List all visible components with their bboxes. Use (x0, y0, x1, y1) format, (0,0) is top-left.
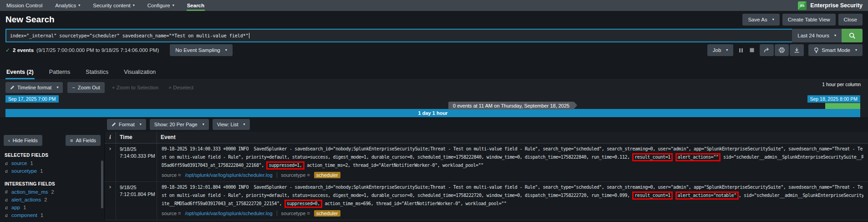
zoom-to-selection-button[interactable]: + Zoom to Selection (109, 85, 162, 90)
chevron-down-icon: ▾ (133, 3, 135, 7)
field-item-source[interactable]: asource1 (0, 159, 104, 167)
stop-job-button[interactable] (749, 48, 755, 52)
field-item-app[interactable]: aapp1 (0, 203, 104, 211)
save-as-label: Save As (748, 17, 767, 22)
app-chip[interactable]: ES Enterprise Security (792, 0, 868, 11)
field-type-icon: a (5, 168, 8, 174)
deselect-button[interactable]: × Deselect (166, 85, 196, 90)
timeline-event-bar[interactable] (825, 103, 860, 109)
event-meta: source =/opt/splunk/var/log/splunk/sched… (162, 171, 863, 179)
print-job-button[interactable] (775, 44, 789, 56)
search-input[interactable]: index="_internal" sourcetype="scheduler"… (5, 29, 792, 42)
field-type-icon: a (5, 160, 8, 166)
share-job-button[interactable] (760, 44, 774, 56)
source-value[interactable]: /opt/splunk/var/log/splunk/scheduler.log (185, 211, 273, 216)
hide-fields-button[interactable]: ‹ Hide Fields (4, 135, 42, 146)
expand-event-button[interactable]: › (105, 144, 116, 181)
chevron-down-icon: ▾ (56, 85, 58, 89)
field-item-action_time_ms[interactable]: #action_time_ms2 (0, 188, 104, 196)
highlight-box: result_count=1 (632, 191, 673, 200)
page-header: New Search Save As ▾ Create Table View C… (0, 11, 868, 28)
zoom-out-button[interactable]: − Zoom Out (67, 82, 104, 93)
chevron-down-icon: ▾ (78, 3, 80, 7)
close-button[interactable]: Close (838, 14, 863, 26)
results-tabs: Events (2)PatternsStatisticsVisualizatio… (0, 66, 868, 80)
nav-item-search[interactable]: Search (181, 0, 211, 11)
highlight-box: alert_actions="" (675, 153, 721, 161)
job-menu-button[interactable]: Job ▾ (707, 44, 734, 56)
sourcetype-value[interactable]: scheduler (314, 210, 340, 217)
events-summary: ✓ 2 events (9/17/25 7:00:00.000 PM to 9/… (5, 47, 159, 53)
tab-visualization[interactable]: Visualization (123, 69, 157, 79)
timeline-format-button[interactable]: Timeline format ▾ (5, 82, 63, 93)
event-raw-line: st on multi-value field - Rule", priorit… (162, 191, 863, 200)
event-time-cell: 9/18/257:12:01.804 PM (116, 182, 157, 220)
field-name: sourcetype (11, 168, 37, 174)
chevron-down-icon: ▾ (244, 122, 245, 126)
export-job-button[interactable] (790, 44, 804, 56)
view-button[interactable]: View: List ▾ (213, 119, 250, 130)
timeline-selection-band[interactable]: 1 day 1 hour (5, 109, 860, 117)
timeline-start-label: Sep 17, 2025 7:00 PM (5, 95, 59, 103)
pause-icon (739, 48, 743, 53)
create-table-view-button[interactable]: Create Table View (782, 14, 836, 26)
search-button[interactable] (842, 29, 863, 42)
chevron-down-icon: ▾ (855, 48, 857, 52)
highlight-box: result_count=1 (632, 153, 673, 161)
pencil-icon (112, 122, 116, 127)
expand-event-button[interactable]: › (105, 182, 116, 220)
field-name: app (11, 205, 20, 210)
field-item-date_hour[interactable]: #date_hour1 (0, 219, 104, 221)
nav-item-mission-control[interactable]: Mission Control (0, 0, 49, 11)
events-table-header: i Time Event (105, 132, 868, 144)
tab-patterns[interactable]: Patterns (48, 69, 71, 79)
timeline-end-label: Sep 18, 2025 8:00 PM (807, 95, 861, 103)
topnav: Mission ControlAnalytics▾Security conten… (0, 0, 868, 11)
tab-statistics[interactable]: Statistics (85, 69, 109, 79)
fields-sidebar-buttons: ‹ Hide Fields ≡ All Fields (0, 132, 104, 146)
event-raw-line: 09-18-2025 19:12:01.804 +0000 INFO Saved… (162, 183, 863, 191)
timeline-inner: Sep 17, 2025 7:00 PM Sep 18, 2025 8:00 P… (5, 95, 860, 117)
print-icon (779, 47, 785, 53)
field-count: 2 (51, 189, 54, 195)
search-query-text: index="_internal" sourcetype="scheduler"… (10, 33, 249, 38)
event-clock-time: 7:14:00.333 PM (120, 153, 153, 160)
tab-events-2[interactable]: Events (2) (5, 69, 35, 79)
highlight-box: alert_actions="notable" (675, 191, 739, 200)
table-row: ›9/18/257:12:01.804 PM09-18-2025 19:12:0… (105, 182, 868, 220)
nav-item-analytics[interactable]: Analytics▾ (49, 0, 86, 11)
event-sampling-button[interactable]: No Event Sampling ▾ (170, 44, 232, 56)
selected-fields-list: asource1asourcetype1 (0, 159, 104, 175)
field-name: source (11, 160, 27, 166)
text-cursor (249, 33, 249, 38)
field-item-component[interactable]: acomponent1 (0, 211, 104, 219)
nav-item-security-content[interactable]: Security content▾ (86, 0, 141, 11)
field-count: 1 (30, 160, 33, 166)
event-sampling-label: No Event Sampling (175, 47, 220, 53)
per-page-button[interactable]: Show: 20 Per Page ▾ (150, 119, 209, 130)
field-item-sourcetype[interactable]: asourcetype1 (0, 167, 104, 175)
source-value[interactable]: /opt/splunk/var/log/splunk/scheduler.log (185, 172, 273, 178)
field-item-alert_actions[interactable]: aalert_actions2 (0, 196, 104, 203)
pause-job-button[interactable] (738, 48, 744, 53)
sourcetype-label: sourcetype = (281, 172, 310, 178)
minus-icon: − (72, 85, 75, 90)
search-mode-button[interactable]: Smart Mode ▾ (808, 44, 863, 56)
job-label: Job (713, 47, 721, 53)
source-label: source = (162, 172, 181, 178)
field-name: component (11, 212, 37, 218)
time-range-picker[interactable]: Last 24 hours ▾ (792, 29, 842, 42)
interesting-fields-list: #action_time_ms2aalert_actions2aapp1acom… (0, 188, 104, 221)
event-cell: 09-18-2025 19:14:00.333 +0000 INFO Saved… (157, 144, 868, 181)
chevron-down-icon: ▾ (726, 48, 728, 52)
nav-item-configure[interactable]: Configure▾ (141, 0, 181, 11)
sourcetype-value[interactable]: scheduler (314, 172, 340, 178)
field-type-icon: # (5, 220, 8, 221)
format-button[interactable]: Format ▾ (107, 119, 146, 130)
all-fields-button[interactable]: ≡ All Fields (66, 135, 101, 146)
sidebar-scrollbar[interactable] (101, 160, 103, 208)
field-name: date_hour (11, 220, 35, 221)
save-as-button[interactable]: Save As ▾ (742, 14, 779, 26)
search-icon (849, 32, 856, 39)
enterprise-security-logo: ES (798, 1, 807, 10)
